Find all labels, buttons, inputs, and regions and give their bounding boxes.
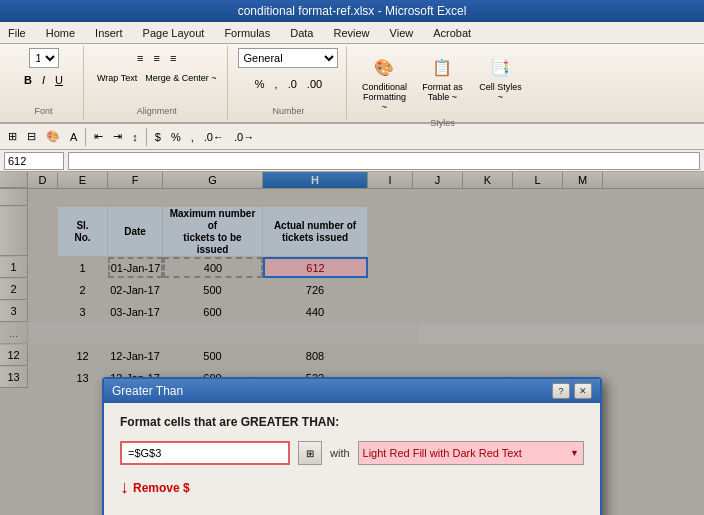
separator-2: [146, 128, 147, 146]
borders-button[interactable]: ⊟: [23, 127, 40, 147]
main-area: D E F G H I J K L M: [0, 172, 704, 515]
conditional-formatting-button[interactable]: 🎨 Conditional Formatting ~: [357, 48, 411, 116]
alignment-bottom-row: Wrap Text Merge & Center ~: [94, 70, 219, 86]
modal-title: Greater Than: [112, 384, 183, 398]
conditional-formatting-icon: 🎨: [368, 51, 400, 83]
modal-instruction: Format cells that are GREATER THAN:: [120, 415, 584, 429]
align-top-left-button[interactable]: ⊞: [4, 127, 21, 147]
styles-buttons: 🎨 Conditional Formatting ~ 📋 Format as T…: [357, 48, 527, 116]
annotation-down-arrow: ↓: [120, 477, 129, 498]
comma2-button[interactable]: ,: [187, 127, 198, 147]
dec-inc-button[interactable]: .0→: [230, 127, 258, 147]
align-right-button[interactable]: ≡: [166, 48, 180, 68]
font-controls: 11: [29, 48, 59, 68]
modal-format-label: Light Red Fill with Dark Red Text: [363, 447, 522, 459]
comma-button[interactable]: ,: [271, 74, 282, 94]
text-direction-button[interactable]: ↕: [128, 127, 142, 147]
modal-controls: ? ✕: [552, 383, 592, 399]
cell-styles-button[interactable]: 📑 Cell Styles ~: [473, 48, 527, 106]
font-group-label: Font: [34, 106, 52, 118]
format-table-label: Format as Table ~: [418, 83, 466, 103]
format-as-table-button[interactable]: 📋 Format as Table ~: [415, 48, 469, 106]
alignment-group-label: Alignment: [137, 106, 177, 118]
merge-center-label: Merge & Center ~: [145, 73, 216, 83]
merge-center-button[interactable]: Merge & Center ~: [142, 70, 219, 86]
fill-color-button[interactable]: 🎨: [42, 127, 64, 147]
modal-format-arrow: ▼: [570, 448, 579, 458]
font-style-buttons: B I U: [20, 70, 67, 90]
format-table-icon: 📋: [426, 51, 458, 83]
number-format-row: General: [238, 48, 338, 68]
indent-decrease-button[interactable]: ⇤: [90, 127, 107, 147]
ribbon-group-font: 11 B I U Font: [4, 46, 84, 120]
modal-ref-button[interactable]: ⊞: [298, 441, 322, 465]
number-group-label: Number: [272, 106, 304, 118]
menu-pagelayout[interactable]: Page Layout: [139, 26, 209, 40]
cell-styles-label: Cell Styles ~: [476, 83, 524, 103]
ribbon-group-alignment: ≡ ≡ ≡ Wrap Text Merge & Center ~ Alignme…: [86, 46, 228, 120]
format-toolbar: ⊞ ⊟ 🎨 A ⇤ ⇥ ↕ $ % , .0← .0→: [0, 124, 704, 150]
indent-increase-button[interactable]: ⇥: [109, 127, 126, 147]
italic-button[interactable]: I: [38, 70, 49, 90]
modal-format-select[interactable]: Light Red Fill with Dark Red Text ▼: [358, 441, 584, 465]
dec-dec-button[interactable]: .0←: [200, 127, 228, 147]
name-box[interactable]: 612: [4, 152, 64, 170]
menu-formulas[interactable]: Formulas: [220, 26, 274, 40]
name-box-value: 612: [8, 155, 26, 167]
alignment-top-row: ≡ ≡ ≡: [133, 48, 180, 68]
greater-than-modal: Greater Than ? ✕ Format cells that are G…: [102, 377, 602, 515]
styles-group-label: Styles: [430, 118, 455, 130]
formula-content[interactable]: [68, 152, 700, 170]
menu-file[interactable]: File: [4, 26, 30, 40]
modal-body: Format cells that are GREATER THAN: ⊞ wi…: [104, 403, 600, 515]
increase-decimal-button[interactable]: .00: [303, 74, 326, 94]
percent2-button[interactable]: %: [167, 127, 185, 147]
menu-acrobat[interactable]: Acrobat: [429, 26, 475, 40]
modal-titlebar: Greater Than ? ✕: [104, 379, 600, 403]
title-bar: conditional format-ref.xlsx - Microsoft …: [0, 0, 704, 22]
menu-insert[interactable]: Insert: [91, 26, 127, 40]
align-center-button[interactable]: ≡: [150, 48, 164, 68]
menu-home[interactable]: Home: [42, 26, 79, 40]
separator-1: [85, 128, 86, 146]
align-left-button[interactable]: ≡: [133, 48, 147, 68]
font-color-button[interactable]: A: [66, 127, 81, 147]
underline-button[interactable]: U: [51, 70, 67, 90]
ribbon-group-styles: 🎨 Conditional Formatting ~ 📋 Format as T…: [349, 46, 535, 120]
modal-value-input[interactable]: [120, 441, 290, 465]
cell-styles-icon: 📑: [484, 51, 516, 83]
ribbon-group-number: General % , .0 .00 Number: [230, 46, 347, 120]
menu-data[interactable]: Data: [286, 26, 317, 40]
conditional-formatting-label: Conditional Formatting ~: [360, 83, 408, 113]
formula-bar: 612: [0, 150, 704, 172]
wrap-text-button[interactable]: Wrap Text: [94, 70, 140, 86]
percent-button[interactable]: %: [251, 74, 269, 94]
annotation-text: Remove $: [133, 481, 190, 495]
modal-input-row: ⊞ with Light Red Fill with Dark Red Text…: [120, 441, 584, 465]
currency-button[interactable]: $: [151, 127, 165, 147]
wrap-text-label: Wrap Text: [97, 73, 137, 83]
menu-review[interactable]: Review: [329, 26, 373, 40]
title-text: conditional format-ref.xlsx - Microsoft …: [238, 4, 467, 18]
bold-button[interactable]: B: [20, 70, 36, 90]
font-size-select[interactable]: 11: [29, 48, 59, 68]
modal-with-label: with: [330, 447, 350, 459]
modal-overlay: Greater Than ? ✕ Format cells that are G…: [0, 172, 704, 515]
ribbon: 11 B I U Font ≡ ≡ ≡ Wrap Text Merge & Ce…: [0, 44, 704, 124]
modal-ref-icon: ⊞: [306, 448, 314, 459]
number-buttons: % , .0 .00: [251, 74, 326, 94]
menu-bar: File Home Insert Page Layout Formulas Da…: [0, 22, 704, 44]
number-format-select[interactable]: General: [238, 48, 338, 68]
modal-annotation: ↓ Remove $: [120, 477, 584, 498]
modal-help-button[interactable]: ?: [552, 383, 570, 399]
menu-view[interactable]: View: [386, 26, 418, 40]
decrease-decimal-button[interactable]: .0: [284, 74, 301, 94]
modal-close-button[interactable]: ✕: [574, 383, 592, 399]
